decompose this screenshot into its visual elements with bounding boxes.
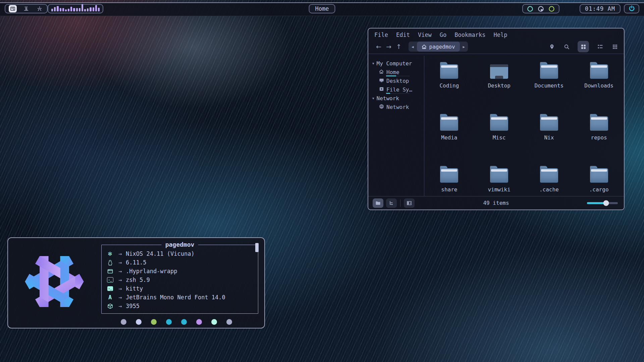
tux-wrap (106, 260, 114, 265)
location-pin-icon[interactable] (548, 43, 555, 50)
terminal-filled-wrap: ›_ (106, 286, 114, 291)
menu-file[interactable]: File (374, 32, 388, 38)
timer-circle-icon[interactable] (538, 6, 544, 12)
search-icon[interactable] (563, 43, 570, 50)
fetch-row: →6.11.5 (106, 258, 255, 267)
sidebar-item-filesy[interactable]: File Sy… (372, 85, 424, 94)
sidebar-section-label: Network (377, 95, 399, 102)
nix-flake-icon: ✻ (108, 251, 112, 257)
compact-view-button[interactable] (611, 43, 619, 50)
sidebar-item-home[interactable]: Home (372, 68, 424, 76)
active-window-title-button[interactable]: Home (309, 4, 335, 13)
sidebar-item-label: Desktop (386, 78, 409, 84)
fetch-value: 6.11.5 (126, 259, 146, 266)
window-icon (107, 268, 113, 274)
folder-documents[interactable]: Documents (524, 61, 574, 113)
folder-label: repos (591, 134, 607, 141)
fetch-row: →3955 (106, 302, 255, 310)
menu-edit[interactable]: Edit (396, 32, 410, 38)
workspace-button-2[interactable] (22, 5, 30, 12)
filesystem-icon (379, 86, 384, 92)
folder-downloads[interactable]: Downloads (574, 61, 624, 113)
palette-dot (211, 319, 217, 325)
breadcrumb: ◂ pagedmov ▸ (409, 42, 468, 52)
folder-label: share (441, 186, 457, 193)
tux-icon (107, 260, 113, 265)
side-pane-toggle-button[interactable] (404, 198, 415, 208)
arrow-icon: → (114, 277, 126, 283)
toolbar-right (548, 41, 619, 52)
palette-dot (166, 319, 172, 325)
folder-desktop[interactable]: Desktop (474, 61, 524, 113)
places-pane-button[interactable] (373, 198, 383, 208)
breadcrumb-segment-home[interactable]: pagedmov (417, 42, 460, 52)
folder-icon (540, 116, 558, 131)
teal-circle-icon[interactable] (527, 6, 533, 12)
terminal-window[interactable]: pagedmov ✻→NixOS 24.11 (Vicuna)→6.11.5→.… (7, 237, 265, 328)
fetch-value: kitty (126, 285, 143, 292)
zoom-slider[interactable] (587, 202, 618, 204)
up-button[interactable]: ↑ (394, 43, 404, 50)
palette-dot (136, 319, 142, 325)
visualizer-bar (98, 8, 100, 11)
fetch-hostname: pagedmov (162, 241, 198, 248)
items-count: 49 items (483, 200, 509, 206)
sidebar-section-label: My Computer (377, 60, 412, 67)
folder-icon (490, 116, 508, 131)
palette-dot (121, 319, 126, 325)
sidebar-section[interactable]: ▾Network (372, 94, 424, 103)
drive-icon (379, 86, 384, 93)
folder-label: Coding (439, 82, 459, 89)
nix-flake-wrap: ✻ (106, 251, 114, 257)
forward-button[interactable]: → (384, 43, 394, 50)
folder-coding[interactable]: Coding (424, 61, 474, 113)
sidebar-section[interactable]: ▾My Computer (372, 59, 424, 68)
folder-label: .cargo (589, 186, 609, 193)
breadcrumb-right-chevron-icon[interactable]: ▸ (460, 44, 468, 49)
sidebar-item-network[interactable]: Network (372, 103, 424, 111)
fetch-row: ›_→zsh 5.9 (106, 276, 255, 284)
menu-bookmarks[interactable]: Bookmarks (454, 32, 485, 38)
folder-icon (590, 64, 608, 79)
folder-misc[interactable]: Misc (474, 113, 524, 165)
collapse-caret-icon[interactable]: ▾ (372, 61, 374, 66)
menu-bar: FileEditViewGoBookmarksHelp (368, 28, 624, 40)
folder-label: vimwiki (488, 186, 510, 193)
statusbar-separator (400, 199, 400, 207)
folder-repos[interactable]: repos (574, 113, 624, 165)
folder-nix[interactable]: Nix (524, 113, 574, 165)
terminal-icon: ›_ (107, 286, 113, 291)
terminal-color-palette (121, 319, 232, 325)
slider-knob[interactable] (603, 200, 609, 206)
folder-label: Misc (493, 134, 506, 141)
tray-indicators (522, 4, 559, 13)
clock-text: 01:49 AM (585, 5, 615, 12)
font-a-wrap: A (106, 294, 114, 301)
folder-icon (440, 64, 458, 79)
palette-dot (181, 319, 187, 325)
network-globe-icon (379, 104, 384, 109)
file-manager-window: FileEditViewGoBookmarksHelp ← → ↑ ◂ page… (368, 28, 625, 210)
collapse-caret-icon[interactable]: ▾ (372, 96, 374, 101)
workspace-button-1[interactable] (9, 5, 17, 12)
visualizer-bar (70, 7, 72, 11)
list-view-button[interactable] (596, 43, 604, 50)
icon-view-button[interactable] (578, 41, 589, 52)
sidebar-item-desktop[interactable]: Desktop (372, 76, 424, 85)
globe-icon (379, 104, 384, 110)
desktop-icon (490, 64, 508, 79)
folder-media[interactable]: Media (424, 113, 474, 165)
menu-help[interactable]: Help (493, 32, 507, 38)
breadcrumb-left-chevron-icon[interactable]: ◂ (409, 44, 417, 49)
nixos-logo (20, 247, 89, 316)
visualizer-bar (90, 7, 91, 11)
tree-pane-button[interactable] (386, 198, 397, 208)
menu-go[interactable]: Go (440, 32, 446, 38)
green-circle-icon[interactable] (548, 6, 555, 12)
power-icon (629, 5, 635, 13)
back-button[interactable]: ← (374, 43, 384, 50)
power-button[interactable] (624, 4, 639, 13)
workspace-button-3[interactable] (36, 5, 44, 12)
menu-view[interactable]: View (418, 32, 432, 38)
folder-label: Nix (544, 134, 554, 141)
